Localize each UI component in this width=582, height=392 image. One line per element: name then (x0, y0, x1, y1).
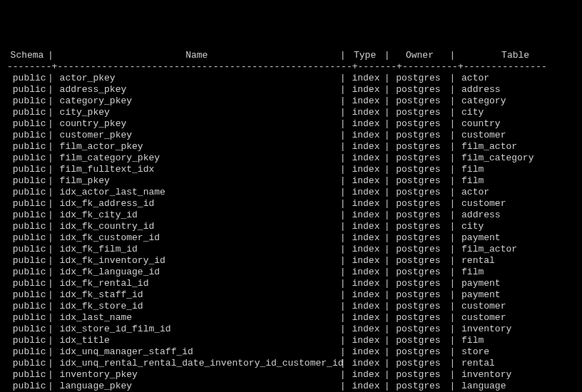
table-row: public| language_pkey| index| postgres| … (7, 381, 575, 392)
cell-schema: public (7, 153, 47, 164)
column-separator: | (47, 164, 54, 175)
cell-table: address (456, 84, 575, 96)
cell-type: index (347, 107, 384, 118)
column-separator: | (340, 301, 347, 312)
cell-owner: postgres (390, 107, 449, 118)
table-row: public| address_pkey| index| postgres| a… (7, 84, 575, 96)
column-separator: | (47, 198, 54, 210)
cell-owner: postgres (390, 324, 449, 335)
cell-name: idx_fk_film_id (54, 244, 340, 255)
cell-name: idx_fk_staff_id (54, 289, 340, 301)
column-separator: | (384, 312, 391, 324)
cell-table: inventory (456, 369, 575, 381)
cell-name: address_pkey (54, 84, 340, 96)
cell-type: index (347, 369, 384, 381)
table-row: public| idx_store_id_film_id| index| pos… (7, 324, 575, 335)
cell-type: index (347, 198, 384, 210)
column-separator: | (47, 301, 54, 312)
column-separator: | (384, 278, 391, 289)
cell-owner: postgres (390, 346, 449, 358)
column-separator: | (449, 244, 456, 255)
column-separator: | (340, 289, 347, 301)
column-separator: | (47, 118, 54, 130)
table-row: public| inventory_pkey| index| postgres|… (7, 369, 575, 381)
cell-owner: postgres (390, 96, 449, 107)
cell-table: actor (456, 187, 575, 198)
cell-table: film (456, 164, 575, 175)
cell-owner: postgres (390, 118, 449, 130)
cell-schema: public (7, 198, 47, 210)
cell-type: index (347, 221, 384, 232)
column-separator: | (47, 210, 54, 221)
cell-owner: postgres (390, 358, 449, 369)
cell-name: actor_pkey (54, 73, 340, 84)
cell-schema: public (7, 84, 47, 96)
cell-name: category_pkey (54, 96, 340, 107)
cell-schema: public (7, 381, 47, 392)
column-separator: | (47, 346, 54, 358)
cell-name: film_actor_pkey (54, 141, 340, 153)
column-separator: | (384, 153, 391, 164)
cell-table: payment (456, 278, 575, 289)
cell-name: inventory_pkey (54, 369, 340, 381)
cell-name: film_category_pkey (54, 153, 340, 164)
column-separator: | (384, 50, 391, 61)
column-separator: | (340, 324, 347, 335)
column-separator: | (449, 187, 456, 198)
column-separator: | (340, 255, 347, 267)
cell-owner: postgres (390, 232, 449, 244)
table-row: public| city_pkey| index| postgres| city (7, 107, 575, 118)
cell-owner: postgres (390, 175, 449, 187)
cell-name: idx_unq_manager_staff_id (54, 346, 340, 358)
cell-schema: public (7, 118, 47, 130)
cell-type: index (347, 312, 384, 324)
cell-schema: public (7, 221, 47, 232)
cell-type: index (347, 278, 384, 289)
cell-table: customer (456, 130, 575, 141)
column-separator: | (449, 221, 456, 232)
column-separator: | (340, 198, 347, 210)
column-separator: | (449, 153, 456, 164)
cell-table: customer (456, 312, 575, 324)
cell-name: idx_fk_country_id (54, 221, 340, 232)
column-separator: | (384, 289, 391, 301)
cell-schema: public (7, 96, 47, 107)
cell-table: store (456, 346, 575, 358)
column-separator: | (449, 312, 456, 324)
column-separator: | (449, 369, 456, 381)
column-separator: | (47, 255, 54, 267)
cell-owner: postgres (390, 198, 449, 210)
column-separator: | (47, 187, 54, 198)
cell-table: film (456, 335, 575, 346)
column-separator: | (449, 141, 456, 153)
cell-type: index (347, 244, 384, 255)
cell-table: payment (456, 289, 575, 301)
cell-owner: postgres (390, 244, 449, 255)
cell-table: customer (456, 198, 575, 210)
cell-owner: postgres (390, 335, 449, 346)
cell-schema: public (7, 107, 47, 118)
column-separator: | (384, 73, 391, 84)
column-separator: | (384, 175, 391, 187)
table-row: public| idx_fk_address_id| index| postgr… (7, 198, 575, 210)
cell-type: index (347, 175, 384, 187)
column-separator: | (449, 278, 456, 289)
cell-type: index (347, 118, 384, 130)
cell-table: inventory (456, 324, 575, 335)
cell-owner: postgres (390, 73, 449, 84)
column-separator: | (47, 278, 54, 289)
table-row: public| customer_pkey| index| postgres| … (7, 130, 575, 141)
cell-schema: public (7, 130, 47, 141)
cell-name: idx_fk_address_id (54, 198, 340, 210)
column-separator: | (449, 346, 456, 358)
cell-type: index (347, 324, 384, 335)
table-row: public| idx_fk_inventory_id| index| post… (7, 255, 575, 267)
cell-schema: public (7, 324, 47, 335)
cell-owner: postgres (390, 267, 449, 278)
cell-schema: public (7, 232, 47, 244)
column-separator: | (340, 107, 347, 118)
cell-owner: postgres (390, 141, 449, 153)
cell-owner: postgres (390, 255, 449, 267)
column-separator: | (449, 84, 456, 96)
cell-table: film (456, 267, 575, 278)
